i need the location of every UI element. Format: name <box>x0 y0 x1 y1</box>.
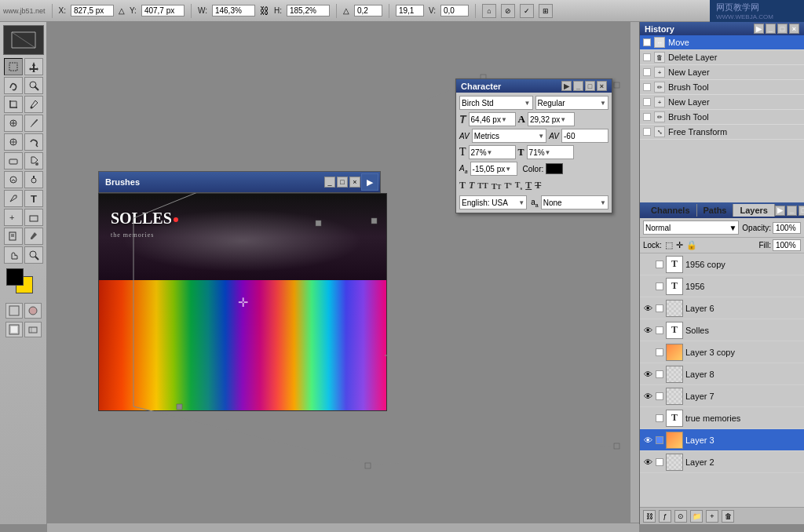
layer-item[interactable]: 👁 T Solles <box>640 319 804 341</box>
visibility-toggle[interactable]: 👁 <box>642 369 653 380</box>
h2-value[interactable]: 19,1 <box>396 5 424 16</box>
underline-btn[interactable]: T <box>525 180 532 191</box>
fullscreen-btn[interactable] <box>5 322 23 337</box>
brushes-min-btn[interactable]: _ <box>324 177 335 188</box>
scale-field[interactable]: 29,32 px ▼ <box>528 112 575 126</box>
layer-item[interactable]: T true memories <box>640 407 804 429</box>
tracking-field[interactable]: 27% ▼ <box>469 145 516 159</box>
regular-t-btn[interactable]: T <box>459 180 466 191</box>
quick-mask-mode[interactable] <box>24 303 42 319</box>
opacity-value[interactable]: 100% <box>773 222 801 234</box>
sub-btn[interactable]: Ts <box>515 180 522 191</box>
standard-mode[interactable] <box>5 303 23 319</box>
notes-tool[interactable] <box>4 228 23 245</box>
history-item[interactable]: ⤡ Free Transform <box>640 125 804 140</box>
horizontal-scrollbar[interactable] <box>47 523 639 532</box>
layer-item[interactable]: 👁 Layer 8 <box>640 363 804 385</box>
layers-min-btn[interactable]: _ <box>787 206 797 216</box>
paths-tab[interactable]: Paths <box>697 204 734 217</box>
anti-alias-select[interactable]: None ▼ <box>541 195 608 210</box>
vertical-scrollbar[interactable] <box>630 22 639 523</box>
marquee-tool[interactable] <box>4 58 23 75</box>
h-value[interactable]: 185,2% <box>287 5 330 16</box>
blur-tool[interactable] <box>4 171 23 188</box>
vertical-scale-field[interactable]: 71% ▼ <box>527 145 574 159</box>
zoom-tool[interactable] <box>24 246 43 264</box>
brush-tool[interactable] <box>24 115 43 132</box>
warp-icon[interactable]: ⌂ <box>482 4 496 18</box>
history-brush-tool[interactable] <box>24 133 43 151</box>
layer-item[interactable]: Layer 3 copy <box>640 341 804 363</box>
layer-item-active[interactable]: 👁 Layer 3 <box>640 429 804 451</box>
text-tool[interactable]: T <box>24 190 43 207</box>
visibility-toggle[interactable]: 👁 <box>642 303 653 314</box>
visibility-toggle[interactable]: 👁 <box>642 325 653 336</box>
path-select-tool[interactable]: + <box>4 209 23 226</box>
allcaps-btn[interactable]: TT <box>477 181 488 190</box>
clone-tool[interactable] <box>4 133 23 151</box>
history-close-btn[interactable]: × <box>789 24 799 34</box>
layer-item[interactable]: T 1956 copy <box>640 253 804 275</box>
brushes-menu-btn[interactable]: ▶ <box>361 173 378 191</box>
visibility-toggle[interactable]: 👁 <box>642 457 653 468</box>
layers-menu-btn[interactable]: ▶ <box>775 206 785 216</box>
link-layers-btn[interactable]: ⛓ <box>643 510 656 523</box>
brushes-max-btn[interactable]: □ <box>337 177 348 188</box>
x-value[interactable]: 827,5 px <box>71 5 114 16</box>
pen-tool[interactable] <box>4 190 23 207</box>
add-mask-btn[interactable]: ⊙ <box>674 510 687 523</box>
angle-value[interactable]: 0,2 <box>354 5 382 16</box>
eyedropper-tool[interactable] <box>24 96 43 113</box>
dodge-tool[interactable] <box>24 171 43 188</box>
char-max-btn[interactable]: □ <box>585 81 595 91</box>
baseline-field[interactable]: -15,05 px ▼ <box>470 162 517 176</box>
cancel-icon[interactable]: ⊘ <box>501 4 515 18</box>
font-style-select[interactable]: Regular ▼ <box>535 96 609 110</box>
visibility-toggle[interactable]: 👁 <box>642 435 653 446</box>
font-size-field[interactable]: 64,46 px ▼ <box>469 112 516 126</box>
shape-tool[interactable] <box>24 209 43 226</box>
magic-wand-tool[interactable] <box>24 77 43 94</box>
lock-position-icon[interactable]: ✛ <box>676 240 683 250</box>
add-style-btn[interactable]: ƒ <box>659 510 671 523</box>
new-group-btn[interactable]: 📁 <box>690 510 703 523</box>
fill-value[interactable]: 100% <box>773 239 801 251</box>
layers-max-btn[interactable]: □ <box>799 206 804 216</box>
visibility-toggle[interactable] <box>642 259 653 270</box>
y-value[interactable]: 407,7 px <box>141 5 185 16</box>
history-item[interactable]: + New Layer <box>640 95 804 110</box>
lock-all-icon[interactable]: 🔒 <box>686 240 697 250</box>
new-layer-btn[interactable]: + <box>706 510 718 523</box>
char-min-btn[interactable]: _ <box>573 81 583 91</box>
history-item[interactable]: 🗑 Delete Layer <box>640 50 804 65</box>
visibility-toggle[interactable] <box>642 281 653 292</box>
layer-item[interactable]: 👁 Layer 7 <box>640 385 804 407</box>
layer-item[interactable]: 👁 Layer 2 <box>640 451 804 473</box>
history-item[interactable]: ✏ Brush Tool <box>640 80 804 95</box>
text-color-swatch[interactable] <box>546 163 563 174</box>
transform-icon[interactable]: ⊞ <box>539 4 553 18</box>
delete-layer-btn[interactable]: 🗑 <box>722 510 734 523</box>
smallcaps-btn[interactable]: TT <box>492 181 502 191</box>
language-select[interactable]: English: USA ▼ <box>459 195 527 210</box>
crop-tool[interactable] <box>4 96 23 113</box>
char-menu-btn[interactable]: ▶ <box>561 81 572 91</box>
brushes-close-btn[interactable]: × <box>349 177 360 188</box>
v-value[interactable]: 0,0 <box>440 5 469 16</box>
layers-tab[interactable]: Layers <box>733 204 774 217</box>
history-item[interactable]: ✏ Brush Tool <box>640 110 804 125</box>
channels-tab[interactable]: Channels <box>645 204 697 217</box>
visibility-toggle[interactable] <box>642 347 653 358</box>
confirm-icon[interactable]: ✓ <box>520 4 534 18</box>
fill-tool[interactable] <box>24 152 43 169</box>
layer-item[interactable]: 👁 Layer 6 <box>640 297 804 319</box>
strikethrough-btn[interactable]: T <box>535 180 541 191</box>
lock-pixel-icon[interactable]: ⬚ <box>665 240 673 250</box>
font-family-select[interactable]: Birch Std ▼ <box>459 96 533 110</box>
heal-tool[interactable] <box>4 115 23 132</box>
hand-tool[interactable] <box>4 246 23 264</box>
eyedropper2-tool[interactable] <box>24 228 43 245</box>
italic-t-btn[interactable]: T <box>469 180 474 191</box>
layer-item[interactable]: T 1956 <box>640 275 804 297</box>
super-btn[interactable]: Ts <box>504 180 511 190</box>
